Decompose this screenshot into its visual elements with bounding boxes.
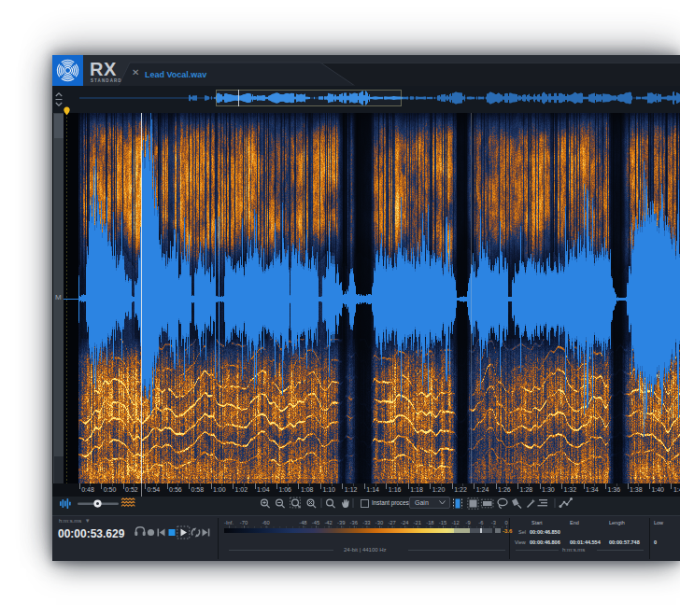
svg-text:-3: -3 <box>491 520 496 525</box>
svg-text:-24: -24 <box>401 520 409 525</box>
svg-text:-Inf.: -Inf. <box>224 520 234 525</box>
svg-text:-60: -60 <box>262 520 269 525</box>
svg-text:-9: -9 <box>466 520 471 525</box>
svg-text:-30: -30 <box>375 520 383 525</box>
svg-text:0: 0 <box>504 520 507 525</box>
svg-text:-45: -45 <box>312 520 319 525</box>
svg-text:-70: -70 <box>240 520 248 525</box>
svg-text:-42: -42 <box>324 520 332 525</box>
svg-text:-33: -33 <box>362 520 370 525</box>
svg-text:-6: -6 <box>478 520 483 525</box>
svg-text:-48: -48 <box>299 520 306 525</box>
svg-text:-36: -36 <box>350 520 358 525</box>
svg-text:-21: -21 <box>414 520 421 525</box>
svg-text:-39: -39 <box>337 520 345 525</box>
svg-text:-27: -27 <box>388 520 395 525</box>
svg-text:-15: -15 <box>439 520 446 525</box>
svg-text:-12: -12 <box>451 520 459 525</box>
svg-text:-18: -18 <box>426 520 433 525</box>
